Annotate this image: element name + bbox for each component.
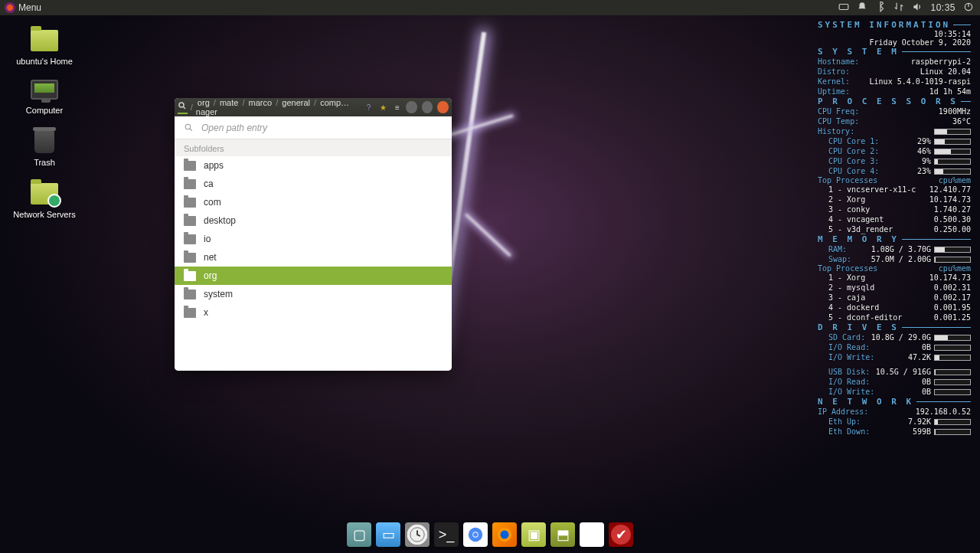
- dock-files[interactable]: ▭: [376, 522, 400, 547]
- dock-system-monitor[interactable]: ✔: [609, 522, 633, 547]
- maximize-button[interactable]: [422, 101, 433, 113]
- window-titlebar[interactable]: / org / mate / marco / general / comp…na…: [175, 98, 452, 116]
- search-icon[interactable]: [178, 101, 188, 114]
- trash-icon: [34, 130, 54, 153]
- folder-icon: [184, 216, 196, 226]
- keyboard-icon[interactable]: [838, 2, 849, 15]
- power-icon[interactable]: [963, 2, 974, 15]
- menu-label: Menu: [18, 2, 41, 13]
- folder-item[interactable]: com: [175, 193, 452, 211]
- folder-icon: [184, 271, 196, 281]
- top-panel: Menu 10:35: [0, 0, 980, 15]
- folder-item[interactable]: org: [175, 267, 452, 285]
- search-icon: [184, 123, 194, 133]
- subfolders-header: Subfolders: [175, 139, 452, 156]
- system-tray: 10:35: [838, 2, 977, 15]
- folder-label: system: [204, 289, 233, 299]
- dock-firefox[interactable]: [492, 522, 517, 547]
- desktop-icon-label: Network Servers: [8, 210, 81, 219]
- folder-label: io: [204, 234, 211, 244]
- desktop-icon-trash[interactable]: Trash: [8, 129, 81, 167]
- folder-label: org: [204, 270, 217, 281]
- computer-icon: [31, 80, 58, 100]
- desktop-icon-home[interactable]: ubuntu's Home: [8, 28, 81, 66]
- desktop-icon-computer[interactable]: Computer: [8, 77, 81, 115]
- folder-icon: [184, 198, 196, 208]
- dock-chromium[interactable]: [463, 522, 488, 547]
- folder-icon: [184, 234, 196, 244]
- desktop-icon-network[interactable]: Network Servers: [8, 181, 81, 219]
- folder-icon: [31, 30, 58, 51]
- folder-item[interactable]: system: [175, 285, 452, 303]
- ubuntu-logo-icon: [5, 2, 15, 13]
- folder-icon: [184, 179, 196, 189]
- folder-item[interactable]: apps: [175, 156, 452, 175]
- folder-label: desktop: [204, 215, 236, 226]
- folder-label: com: [204, 197, 221, 208]
- folder-label: apps: [204, 160, 224, 171]
- hamburger-icon[interactable]: ≡: [392, 101, 403, 113]
- dock-terminal[interactable]: >_: [434, 522, 459, 547]
- dock-vnc[interactable]: V2: [580, 522, 604, 547]
- bookmark-icon[interactable]: ★: [377, 101, 389, 113]
- breadcrumb-segment[interactable]: general: [280, 98, 312, 107]
- svg-point-9: [501, 531, 509, 539]
- breadcrumb-segment[interactable]: marco: [247, 98, 274, 107]
- folder-label: net: [204, 252, 217, 263]
- volume-icon[interactable]: [912, 2, 923, 15]
- help-icon[interactable]: ?: [363, 101, 374, 113]
- dock-file-manager[interactable]: ▣: [521, 522, 546, 547]
- network-icon[interactable]: [893, 2, 904, 15]
- folder-item[interactable]: io: [175, 230, 452, 248]
- panel-clock[interactable]: 10:35: [930, 2, 956, 13]
- dock: ▢ ▭ >_ ▣ ⬒ V2 ✔: [341, 519, 639, 550]
- breadcrumb-segment[interactable]: mate: [218, 98, 240, 107]
- menu-button[interactable]: Menu: [3, 2, 47, 13]
- dock-clock[interactable]: [405, 522, 430, 547]
- folder-item[interactable]: x: [175, 303, 452, 322]
- svg-rect-0: [840, 4, 849, 9]
- dock-software[interactable]: ⬒: [550, 522, 575, 547]
- system-info-widget: SYSTEM INFORMATION10:35:14Friday October…: [818, 20, 971, 437]
- folder-label: ca: [204, 178, 214, 189]
- breadcrumb-segment[interactable]: org: [196, 98, 211, 107]
- folder-item[interactable]: ca: [175, 175, 452, 193]
- bluetooth-icon[interactable]: [875, 2, 886, 15]
- desktop-icon-label: Trash: [8, 158, 81, 167]
- network-folder-icon: [31, 183, 58, 205]
- path-entry[interactable]: Open path entry: [175, 116, 452, 139]
- svg-point-2: [179, 103, 184, 107]
- svg-point-3: [185, 124, 191, 129]
- folder-label: x: [204, 307, 208, 318]
- minimize-button[interactable]: [406, 101, 417, 113]
- close-button[interactable]: [437, 101, 449, 113]
- desktop-icon-label: Computer: [8, 106, 81, 115]
- folder-item[interactable]: desktop: [175, 211, 452, 230]
- folder-item[interactable]: net: [175, 248, 452, 267]
- folder-icon: [184, 161, 196, 171]
- dock-show-desktop[interactable]: ▢: [347, 522, 371, 547]
- folder-icon: [184, 290, 196, 299]
- svg-point-7: [473, 532, 478, 537]
- file-manager-window: / org / mate / marco / general / comp…na…: [175, 98, 452, 371]
- folder-list: appscacomdesktopionetorgsystemx: [175, 156, 452, 322]
- folder-icon: [184, 253, 196, 263]
- desktop-icon-label: ubuntu's Home: [8, 57, 81, 66]
- path-placeholder: Open path entry: [201, 123, 267, 133]
- notification-icon[interactable]: [857, 2, 867, 15]
- folder-icon: [184, 308, 196, 318]
